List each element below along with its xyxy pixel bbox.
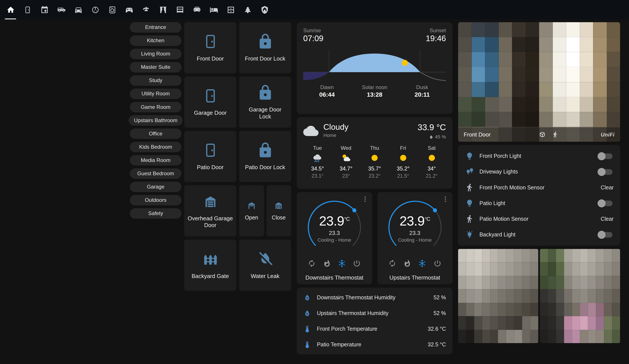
camera-pixel [593,52,607,67]
room-chip-upstairs-bathroom[interactable]: Upstairs Bathroom [129,115,182,126]
nav-tab-car[interactable] [70,0,87,19]
camera-pixel [458,262,466,276]
camera-pixel [596,330,604,343]
camera-pixel [593,22,607,37]
nav-tab-curtains[interactable] [155,0,171,19]
room-chip-entrance[interactable]: Entrance [130,22,181,33]
room-chip-media-room[interactable]: Media Room [130,155,181,166]
camera-grid [458,249,620,343]
camera-pixel [514,316,522,330]
sensor-row-patio-temperature[interactable]: Patio Temperature32.5 °C [303,337,446,353]
camera-pixel [466,276,474,289]
weather-card[interactable]: Cloudy Home 33.9 °C 45 % Tue34.5°23.1°We… [297,117,453,189]
mode-fire-button[interactable] [403,259,411,267]
nav-tab-faucet[interactable] [138,0,155,19]
nav-tab-washer[interactable] [104,0,121,19]
camera-feed-small-1[interactable] [458,249,538,343]
camera-pixel [596,316,604,330]
camera-pixel [485,37,499,52]
camera-pixel [580,97,593,112]
toggle-driveway-lights[interactable] [599,169,613,175]
camera-pixel [506,289,514,303]
room-chip-guest-bedroom[interactable]: Guest Bedroom [130,168,181,179]
thermostat-dial[interactable]: 23.9°C23.3Cooling - Home [384,197,445,258]
mode-fire-button[interactable] [323,259,331,267]
mode-power-button[interactable] [433,259,441,267]
control-name: Backyard Light [479,232,515,238]
fire-icon [323,259,331,267]
camera-pixel [490,289,498,303]
room-chip-office[interactable]: Office [130,128,181,139]
camera-pixel [596,276,604,289]
car-estate-icon [57,5,66,14]
camera-pixel [458,37,472,52]
mode-sync-button[interactable] [388,259,396,267]
room-chip-living-room[interactable]: Living Room [130,49,181,59]
room-chip-safety[interactable]: Safety [130,208,181,219]
toggle-backyard-light[interactable] [599,232,613,238]
curtains-icon [159,5,167,14]
thermostat-card-upstairs-thermostat[interactable]: 23.9°C23.3Cooling - HomeUpstairs Thermos… [377,192,453,284]
mode-snowflake-button[interactable] [418,259,426,267]
sensor-list-card: Downstairs Thermostat Humidity52 %Upstai… [297,288,453,355]
sensor-row-downstairs-thermostat-humidity[interactable]: Downstairs Thermostat Humidity52 % [303,289,446,305]
tile-garage-door[interactable]: Garage Door [184,77,236,128]
camera-pixel [482,289,490,303]
mode-snowflake-button[interactable] [338,259,346,267]
walk-icon [465,215,474,223]
sensor-name: Downstairs Thermostat Humidity [317,294,395,300]
nav-tab-shelf[interactable] [171,0,188,19]
nav-tab-shield-home[interactable] [256,0,273,19]
thermostat-card-downstairs-thermostat[interactable]: 23.9°C23.3Cooling - HomeDownstairs Therm… [297,192,372,284]
camera-pixel [472,37,485,52]
camera-pixel [548,262,556,276]
mode-power-button[interactable] [353,259,361,267]
room-chip-outdoors[interactable]: Outdoors [130,195,181,205]
room-chip-study[interactable]: Study [130,75,181,86]
nav-tab-car-estate[interactable] [53,0,70,19]
tile-overhead-garage-door[interactable]: Overhead Garage Door [184,185,236,236]
tile-patio-door-lock[interactable]: Patio Door Lock [239,131,291,182]
tile-open[interactable]: Open [239,185,264,236]
nav-tab-door[interactable] [19,0,36,19]
room-chip-garage[interactable]: Garage [130,182,181,192]
nav-tab-home[interactable] [2,0,19,19]
mode-sync-button[interactable] [308,259,316,267]
toggle-front-porch-light[interactable] [599,153,613,159]
camera-pixel [540,262,548,276]
room-chip-master-suite[interactable]: Master Suite [130,62,181,73]
sensor-row-front-porch-temperature[interactable]: Front Porch Temperature32.6 °C [303,321,446,337]
tile-close[interactable]: Close [266,185,291,236]
tile-garage-door-lock[interactable]: Garage Door Lock [239,77,291,128]
nav-tab-controller[interactable] [121,0,138,19]
sun-card[interactable]: Sunrise 07:09 Sunset 19:46 Dawn 06:44 So… [297,22,453,114]
toggle-knob [598,152,606,160]
camera-pixel [458,316,466,330]
nav-tab-dresser[interactable] [222,0,239,19]
nav-tab-bed[interactable] [205,0,222,19]
sensor-value: 32.6 °C [428,326,446,332]
camera-feed-front-door[interactable]: Front Door UniFi [458,22,620,142]
camera-pixel [548,330,556,343]
tile-backyard-gate[interactable]: Backyard Gate [184,240,236,291]
thermostat-dial[interactable]: 23.9°C23.3Cooling - Home [304,197,365,258]
nav-tab-vacuum[interactable] [87,0,104,19]
toggle-patio-light[interactable] [599,200,613,206]
thermometer-icon [303,325,311,333]
room-chip-game-room[interactable]: Game Room [130,102,181,112]
nav-tab-car-back[interactable] [188,0,205,19]
sync-icon [388,259,396,267]
sensor-row-upstairs-thermostat-humidity[interactable]: Upstairs Thermostat Humidity52 % [303,305,446,321]
tile-water-leak[interactable]: Water Leak [239,240,291,291]
tile-patio-door[interactable]: Patio Door [184,131,236,182]
tile-front-door-lock[interactable]: Front Door Lock [239,22,291,73]
camera-pixel [466,316,474,330]
camera-feed-small-2[interactable] [540,249,620,343]
room-chip-kitchen[interactable]: Kitchen [130,35,181,46]
nav-tab-pine-tree[interactable] [239,0,256,19]
camera-pixel [607,82,620,97]
tile-front-door[interactable]: Front Door [184,22,236,73]
nav-tab-calendar[interactable] [36,0,53,19]
room-chip-utility-room[interactable]: Utility Room [130,89,181,99]
room-chip-kids-bedroom[interactable]: Kids Bedroom [130,142,181,152]
